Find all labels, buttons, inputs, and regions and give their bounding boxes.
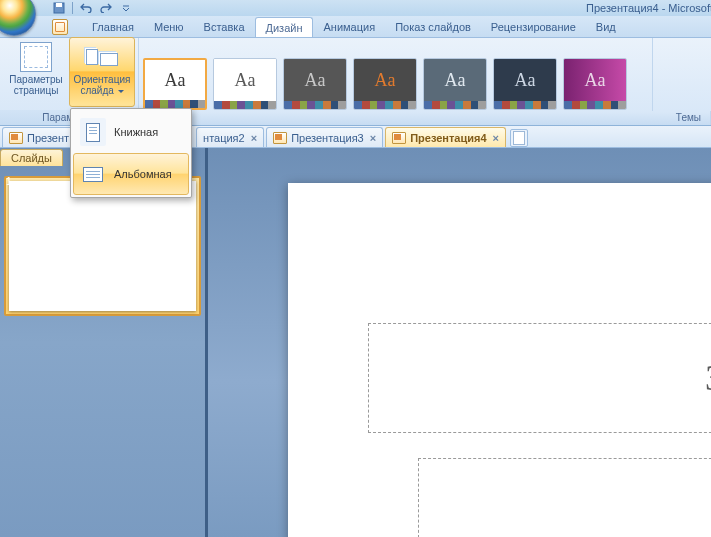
slides-panel-tab[interactable]: Слайды bbox=[0, 149, 63, 166]
orientation-portrait[interactable]: Книжная bbox=[73, 111, 189, 153]
presentation-icon bbox=[273, 132, 287, 144]
window-title: Презентация4 - Microsoft bbox=[586, 0, 711, 16]
qat-dropdown-icon[interactable] bbox=[119, 1, 133, 15]
theme-swatch-2[interactable]: Aa bbox=[283, 58, 347, 110]
slide: Заго Под bbox=[288, 183, 711, 537]
thumbnail-number: 1 bbox=[6, 176, 12, 187]
svg-rect-1 bbox=[56, 3, 62, 7]
themes-gallery[interactable]: AaAaAaAaAaAaAa bbox=[139, 52, 710, 110]
addin-icon bbox=[52, 19, 68, 35]
landscape-page-icon bbox=[80, 160, 106, 188]
theme-cut[interactable]: Aa bbox=[659, 41, 711, 93]
page-setup-button[interactable]: Параметры страницы bbox=[3, 37, 69, 107]
save-icon[interactable] bbox=[52, 1, 66, 15]
tab-review[interactable]: Рецензирование bbox=[481, 16, 586, 37]
orientation-icon bbox=[86, 42, 118, 72]
tab-design[interactable]: Дизайн bbox=[255, 17, 314, 37]
page-setup-icon bbox=[20, 42, 52, 72]
group-label-themes: Темы bbox=[676, 110, 701, 125]
panel-tabs: Слайды bbox=[0, 148, 63, 168]
orientation-dropdown: Книжная Альбомная bbox=[70, 108, 192, 198]
thumbnail-slide bbox=[9, 181, 196, 311]
tab-view[interactable]: Вид bbox=[586, 16, 626, 37]
close-icon[interactable]: × bbox=[251, 132, 257, 144]
doc-tab-2[interactable]: нтация2× bbox=[196, 127, 264, 147]
tab-slideshow[interactable]: Показ слайдов bbox=[385, 16, 481, 37]
close-icon[interactable]: × bbox=[493, 132, 499, 144]
tab-insert[interactable]: Вставка bbox=[194, 16, 255, 37]
title-bar: Презентация4 - Microsoft bbox=[0, 0, 711, 16]
doc-tab-4-active[interactable]: Презентация4× bbox=[385, 127, 506, 147]
slide-thumbnails-panel: 1 bbox=[0, 148, 208, 537]
subtitle-placeholder[interactable]: Под bbox=[418, 458, 711, 537]
redo-icon[interactable] bbox=[99, 1, 113, 15]
new-tab-button[interactable] bbox=[510, 129, 528, 147]
tab-animation[interactable]: Анимация bbox=[313, 16, 385, 37]
title-placeholder[interactable]: Заго bbox=[368, 323, 711, 433]
theme-swatch-4[interactable]: Aa bbox=[423, 58, 487, 110]
theme-swatch-5[interactable]: Aa bbox=[493, 58, 557, 110]
presentation-icon bbox=[392, 132, 406, 144]
close-icon[interactable]: × bbox=[370, 132, 376, 144]
slide-canvas[interactable]: Заго Под bbox=[208, 148, 711, 537]
theme-swatch-6[interactable]: Aa bbox=[563, 58, 627, 110]
undo-icon[interactable] bbox=[79, 1, 93, 15]
doc-tab-1[interactable]: Презент bbox=[2, 127, 76, 147]
main-area: 1 Заго Под bbox=[0, 148, 711, 537]
theme-swatch-1[interactable]: Aa bbox=[213, 58, 277, 110]
theme-swatch-0[interactable]: Aa bbox=[143, 58, 207, 110]
presentation-icon bbox=[9, 132, 23, 144]
chevron-down-icon bbox=[118, 90, 124, 93]
doc-tab-3[interactable]: Презентация3× bbox=[266, 127, 383, 147]
ribbon-group-themes: AaAaAaAaAaAaAa . bbox=[139, 38, 711, 125]
slide-orientation-button[interactable]: Ориентация слайда bbox=[69, 37, 135, 107]
orientation-landscape[interactable]: Альбомная bbox=[73, 153, 189, 195]
page-setup-label: Параметры страницы bbox=[4, 74, 68, 96]
tab-menu[interactable]: Меню bbox=[144, 16, 194, 37]
portrait-page-icon bbox=[80, 118, 106, 146]
quick-access-toolbar bbox=[46, 0, 133, 16]
theme-swatch-3[interactable]: Aa bbox=[353, 58, 417, 110]
